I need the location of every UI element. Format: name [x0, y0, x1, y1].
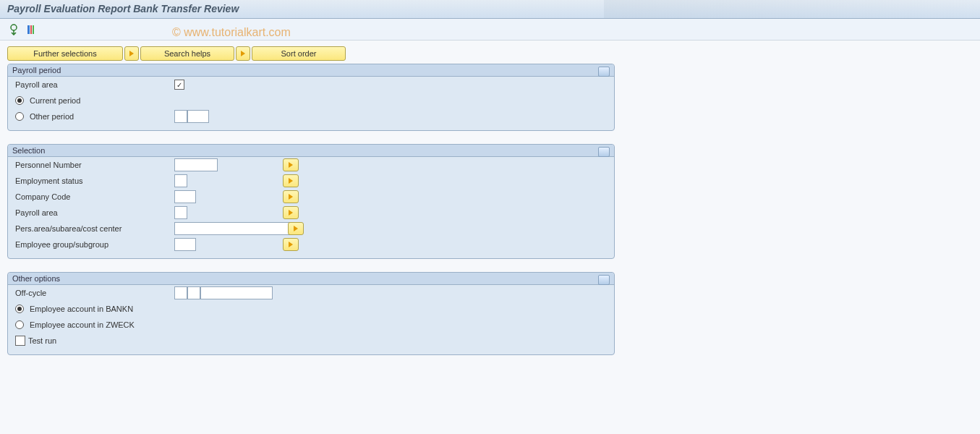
employee-group-input[interactable] — [174, 238, 196, 251]
emp-zweck-radio-label[interactable]: Employee account in ZWECK — [15, 320, 174, 329]
employee-group-multiselect-button[interactable] — [283, 238, 299, 251]
payroll-area-sel-input[interactable] — [174, 206, 187, 219]
company-code-input[interactable] — [174, 190, 196, 203]
payroll-area-sel-label: Payroll area — [15, 208, 174, 217]
pers-area-multiselect-button[interactable] — [288, 222, 304, 235]
title-bar: Payroll Evaluation Report Bank Transfer … — [0, 0, 980, 19]
payroll-area-label: Payroll area — [15, 80, 174, 89]
group-header: Payroll period — [8, 64, 614, 77]
app-toolbar — [0, 19, 980, 41]
execute-icon[interactable] — [7, 23, 20, 36]
arrow-right-icon — [289, 210, 293, 216]
company-code-multiselect-button[interactable] — [283, 190, 299, 203]
other-period-input-2[interactable] — [187, 110, 209, 123]
group-header: Selection — [8, 145, 614, 157]
personnel-number-input[interactable] — [174, 158, 218, 171]
btn-label: Search helps — [164, 49, 210, 58]
employment-status-multiselect-button[interactable] — [283, 174, 299, 187]
arrow-right-icon — [241, 51, 245, 56]
arrow-right-icon — [294, 226, 298, 231]
employment-status-input[interactable] — [174, 174, 187, 187]
test-run-checkbox-label[interactable]: Test run — [15, 336, 174, 346]
arrow-right-icon — [129, 51, 134, 56]
svg-rect-1 — [27, 25, 30, 34]
other-period-radio-label[interactable]: Other period — [15, 112, 174, 121]
radio-text: Current period — [30, 96, 80, 105]
content-area: Further selections Search helps Sort ord… — [0, 41, 980, 434]
current-period-radio[interactable] — [15, 96, 24, 105]
search-helps-button[interactable]: Search helps — [140, 46, 234, 61]
personnel-number-multiselect-button[interactable] — [283, 158, 299, 171]
emp-bankn-radio-label[interactable]: Employee account in BANKN — [15, 305, 174, 313]
off-cycle-input-3[interactable] — [200, 286, 273, 299]
svg-rect-2 — [30, 25, 32, 34]
other-period-radio[interactable] — [15, 112, 24, 121]
employment-status-label: Employment status — [15, 176, 174, 185]
radio-text: Other period — [30, 112, 74, 121]
personnel-number-label: Personnel Number — [15, 161, 174, 169]
arrow-right-icon — [289, 178, 293, 184]
search-helps-icon-button[interactable] — [124, 46, 139, 61]
radio-text: Employee account in ZWECK — [30, 320, 135, 329]
emp-bankn-radio[interactable] — [15, 305, 24, 313]
variant-icon[interactable] — [25, 23, 38, 36]
other-options-group: Other options Off-cycle Employee account… — [7, 272, 615, 355]
svg-point-0 — [11, 25, 17, 30]
payroll-area-multiselect-button[interactable] — [283, 206, 299, 219]
group-header: Other options — [8, 273, 614, 285]
radio-text: Employee account in BANKN — [30, 305, 133, 313]
off-cycle-label: Off-cycle — [15, 289, 174, 297]
off-cycle-input-1[interactable] — [174, 286, 187, 299]
btn-label: Sort order — [281, 49, 317, 58]
payroll-period-group: Payroll period Payroll area ✓ Current pe… — [7, 64, 615, 131]
arrow-right-icon — [289, 194, 293, 200]
further-selections-button[interactable]: Further selections — [7, 46, 123, 61]
svg-rect-3 — [33, 25, 34, 34]
sort-order-button[interactable]: Sort order — [252, 46, 346, 61]
other-period-input-1[interactable] — [174, 110, 187, 123]
pers-area-label: Pers.area/subarea/cost center — [15, 224, 174, 233]
btn-label: Further selections — [33, 49, 96, 58]
company-code-label: Company Code — [15, 192, 174, 201]
emp-zweck-radio[interactable] — [15, 320, 24, 329]
arrow-right-icon — [289, 162, 293, 168]
pers-area-input[interactable] — [174, 222, 290, 235]
current-period-radio-label[interactable]: Current period — [15, 96, 174, 105]
employee-group-label: Employee group/subgroup — [15, 240, 174, 249]
selection-group: Selection Personnel Number Employment st… — [7, 144, 615, 259]
selection-buttons-row: Further selections Search helps Sort ord… — [7, 46, 973, 61]
test-run-checkbox[interactable] — [15, 336, 25, 346]
checkbox-text: Test run — [28, 336, 56, 345]
off-cycle-input-2[interactable] — [187, 286, 200, 299]
arrow-right-icon — [289, 242, 293, 247]
page-title: Payroll Evaluation Report Bank Transfer … — [7, 3, 239, 14]
sort-order-icon-button[interactable] — [236, 46, 250, 61]
payroll-area-checkbox[interactable]: ✓ — [174, 80, 184, 90]
